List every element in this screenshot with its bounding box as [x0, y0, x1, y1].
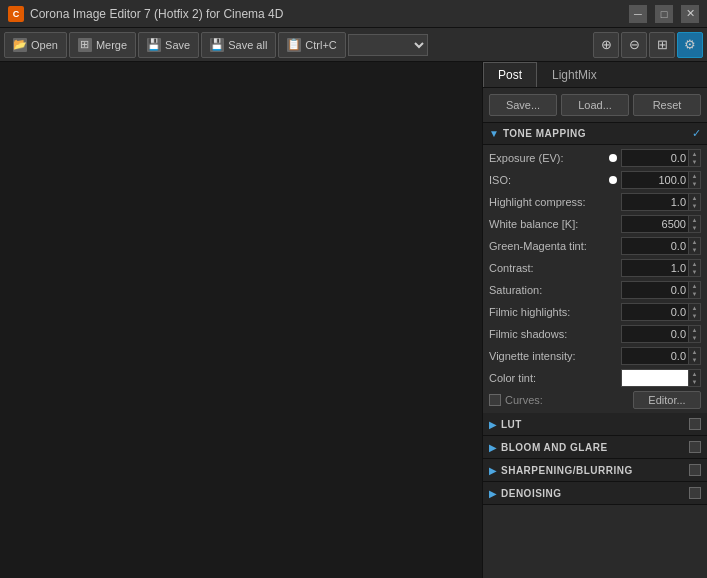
prop-spin-up-vignette[interactable]: ▲ — [689, 348, 700, 356]
lut-checkbox[interactable] — [689, 418, 701, 430]
prop-input-saturation[interactable] — [621, 281, 689, 299]
color-tint-swatch[interactable] — [621, 369, 689, 387]
prop-spin-up-gm[interactable]: ▲ — [689, 238, 700, 246]
prop-spin-dn-gm[interactable]: ▼ — [689, 246, 700, 254]
prop-spin-saturation[interactable]: ▲ ▼ — [689, 281, 701, 299]
prop-spin-dn-saturation[interactable]: ▼ — [689, 290, 700, 298]
denoising-section[interactable]: ▶ DENOISING — [483, 482, 707, 505]
prop-input-contrast[interactable] — [621, 259, 689, 277]
prop-input-wb[interactable] — [621, 215, 689, 233]
table-row: Vignette intensity: ▲ ▼ — [483, 345, 707, 367]
lut-arrow: ▶ — [489, 419, 497, 430]
merge-icon: ⊞ — [78, 38, 92, 52]
right-panel: Post LightMix Save... Load... Reset ▼ TO… — [482, 62, 707, 578]
prop-spin-dn-vignette[interactable]: ▼ — [689, 356, 700, 364]
maximize-button[interactable]: □ — [655, 5, 673, 23]
panel-save-button[interactable]: Save... — [489, 94, 557, 116]
zoom-in-button[interactable]: ⊕ — [593, 32, 619, 58]
curves-checkbox[interactable] — [489, 394, 501, 406]
prop-spin-exposure[interactable]: ▲ ▼ — [689, 149, 701, 167]
prop-input-vignette[interactable] — [621, 347, 689, 365]
table-row: Green-Magenta tint: ▲ ▼ — [483, 235, 707, 257]
minimize-button[interactable]: ─ — [629, 5, 647, 23]
curves-editor-button[interactable]: Editor... — [633, 391, 701, 409]
prop-label-iso: ISO: — [489, 174, 609, 186]
copy-button[interactable]: 📋 Ctrl+C — [278, 32, 345, 58]
table-row: Highlight compress: ▲ ▼ — [483, 191, 707, 213]
prop-spin-dn-filmic-sh[interactable]: ▼ — [689, 334, 700, 342]
prop-input-filmic-sh[interactable] — [621, 325, 689, 343]
merge-button[interactable]: ⊞ Merge — [69, 32, 136, 58]
prop-spin-color-tint[interactable]: ▲ ▼ — [689, 369, 701, 387]
prop-spin-contrast[interactable]: ▲ ▼ — [689, 259, 701, 277]
sharpening-section[interactable]: ▶ SHARPENING/BLURRING — [483, 459, 707, 482]
bloom-checkbox[interactable] — [689, 441, 701, 453]
sharpening-title: SHARPENING/BLURRING — [501, 465, 689, 476]
prop-spin-iso[interactable]: ▲ ▼ — [689, 171, 701, 189]
panel-reset-button[interactable]: Reset — [633, 94, 701, 116]
prop-spin-vignette[interactable]: ▲ ▼ — [689, 347, 701, 365]
prop-dot-iso[interactable] — [609, 176, 617, 184]
prop-spin-dn-color-tint[interactable]: ▼ — [689, 378, 700, 386]
prop-spin-highlight[interactable]: ▲ ▼ — [689, 193, 701, 211]
save-all-button[interactable]: 💾 Save all — [201, 32, 276, 58]
prop-input-wrap-exposure: ▲ ▼ — [621, 149, 701, 167]
prop-spin-up-exposure[interactable]: ▲ — [689, 150, 700, 158]
bloom-title: BLOOM AND GLARE — [501, 442, 689, 453]
denoising-arrow: ▶ — [489, 488, 497, 499]
prop-spin-filmic-sh[interactable]: ▲ ▼ — [689, 325, 701, 343]
tab-post[interactable]: Post — [483, 62, 537, 87]
prop-spin-dn-filmic-hi[interactable]: ▼ — [689, 312, 700, 320]
prop-spin-up-contrast[interactable]: ▲ — [689, 260, 700, 268]
prop-input-highlight[interactable] — [621, 193, 689, 211]
prop-label-vignette: Vignette intensity: — [489, 350, 621, 362]
prop-input-iso[interactable] — [621, 171, 689, 189]
prop-input-wrap-saturation: ▲ ▼ — [621, 281, 701, 299]
sharpening-checkbox[interactable] — [689, 464, 701, 476]
zoom-fit-button[interactable]: ⊞ — [649, 32, 675, 58]
bloom-glare-section[interactable]: ▶ BLOOM AND GLARE — [483, 436, 707, 459]
prop-spin-up-filmic-sh[interactable]: ▲ — [689, 326, 700, 334]
denoising-checkbox[interactable] — [689, 487, 701, 499]
zoom-out-button[interactable]: ⊖ — [621, 32, 647, 58]
tone-mapping-properties: Exposure (EV): ▲ ▼ ISO: ▲ — [483, 145, 707, 413]
prop-spin-dn-wb[interactable]: ▼ — [689, 224, 700, 232]
prop-spin-filmic-hi[interactable]: ▲ ▼ — [689, 303, 701, 321]
prop-input-wrap-gm: ▲ ▼ — [621, 237, 701, 255]
prop-label-saturation: Saturation: — [489, 284, 621, 296]
prop-spin-up-saturation[interactable]: ▲ — [689, 282, 700, 290]
channel-select[interactable] — [348, 34, 428, 56]
prop-input-wrap-contrast: ▲ ▼ — [621, 259, 701, 277]
color-tint-swatch-wrap: ▲ ▼ — [621, 369, 701, 387]
prop-spin-dn-iso[interactable]: ▼ — [689, 180, 700, 188]
prop-spin-dn-contrast[interactable]: ▼ — [689, 268, 700, 276]
prop-dot-exposure[interactable] — [609, 154, 617, 162]
table-row: Color tint: ▲ ▼ — [483, 367, 707, 389]
prop-input-gm[interactable] — [621, 237, 689, 255]
save-button[interactable]: 💾 Save — [138, 32, 199, 58]
prop-spin-gm[interactable]: ▲ ▼ — [689, 237, 701, 255]
panel-tabs: Post LightMix — [483, 62, 707, 88]
prop-spin-up-wb[interactable]: ▲ — [689, 216, 700, 224]
tone-mapping-arrow: ▼ — [489, 128, 499, 139]
prop-spin-up-iso[interactable]: ▲ — [689, 172, 700, 180]
prop-spin-wb[interactable]: ▲ ▼ — [689, 215, 701, 233]
prop-spin-dn-highlight[interactable]: ▼ — [689, 202, 700, 210]
prop-input-exposure[interactable] — [621, 149, 689, 167]
open-button[interactable]: 📂 Open — [4, 32, 67, 58]
tab-lightmix[interactable]: LightMix — [537, 62, 612, 87]
settings-button[interactable]: ⚙ — [677, 32, 703, 58]
lut-section[interactable]: ▶ LUT — [483, 413, 707, 436]
prop-spin-dn-exposure[interactable]: ▼ — [689, 158, 700, 166]
sharpening-arrow: ▶ — [489, 465, 497, 476]
prop-spin-up-highlight[interactable]: ▲ — [689, 194, 700, 202]
table-row: Filmic shadows: ▲ ▼ — [483, 323, 707, 345]
prop-spin-up-filmic-hi[interactable]: ▲ — [689, 304, 700, 312]
prop-input-filmic-hi[interactable] — [621, 303, 689, 321]
table-row: Exposure (EV): ▲ ▼ — [483, 147, 707, 169]
panel-load-button[interactable]: Load... — [561, 94, 629, 116]
close-button[interactable]: ✕ — [681, 5, 699, 23]
curves-label: Curves: — [505, 394, 633, 406]
prop-spin-up-color-tint[interactable]: ▲ — [689, 370, 700, 378]
tone-mapping-section-header[interactable]: ▼ TONE MAPPING ✓ — [483, 122, 707, 145]
